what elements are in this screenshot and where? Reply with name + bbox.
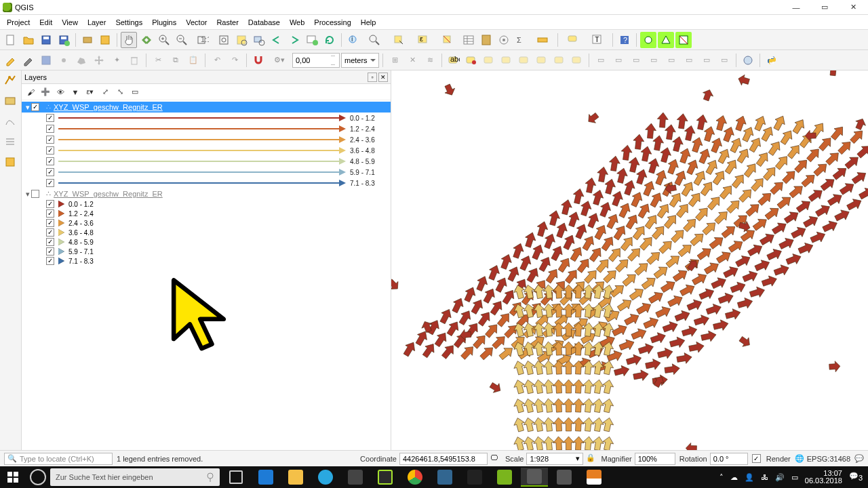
- remove-layer-button[interactable]: ▭: [129, 86, 141, 98]
- epsg-label[interactable]: EPSG:31468: [807, 455, 850, 463]
- select-features-button[interactable]: [387, 32, 410, 48]
- copy-button[interactable]: ⧉: [167, 52, 184, 68]
- taskbar-chrome[interactable]: [401, 468, 429, 487]
- open-project-button[interactable]: [20, 32, 37, 48]
- snap-options-button[interactable]: ⚙▾: [268, 52, 291, 68]
- task-view-button[interactable]: [229, 470, 243, 484]
- layer-style-button[interactable]: 🖌: [24, 86, 37, 98]
- zoom-native-button[interactable]: 1:1: [191, 32, 214, 48]
- rotation-field[interactable]: 0.0 °: [710, 453, 748, 465]
- start-button[interactable]: [0, 466, 26, 488]
- label-g-button[interactable]: [551, 52, 568, 68]
- add-vector-button[interactable]: [3, 73, 19, 89]
- maximize-button[interactable]: ▭: [812, 1, 837, 14]
- snap-unit-combo[interactable]: meters: [341, 53, 379, 68]
- dec-g-button[interactable]: ▭: [698, 52, 715, 68]
- legend-class-row[interactable]: 5.9 - 7.1: [22, 167, 391, 178]
- menu-database[interactable]: Database: [244, 17, 284, 28]
- move-feature-button[interactable]: [91, 52, 107, 68]
- class-visibility-checkbox[interactable]: [46, 136, 54, 144]
- map-canvas[interactable]: [391, 70, 868, 450]
- zoom-layer-button[interactable]: [251, 32, 267, 48]
- taskbar-pycharm[interactable]: [372, 468, 399, 487]
- plugin-b-button[interactable]: [658, 32, 674, 48]
- tray-datetime[interactable]: 13:07 06.03.2018: [805, 470, 842, 485]
- label-b-button[interactable]: [463, 52, 479, 68]
- taskbar-search[interactable]: Zur Suche Text hier eingeben: [50, 468, 220, 486]
- menu-web[interactable]: Web: [285, 17, 309, 28]
- pan-to-selection-button[interactable]: [138, 32, 155, 48]
- extents-icon[interactable]: 🖵: [490, 453, 501, 464]
- zoom-selection-button[interactable]: [233, 32, 250, 48]
- plugin-a-button[interactable]: [640, 32, 656, 48]
- visibility-button[interactable]: 👁: [54, 86, 66, 98]
- cut-button[interactable]: ✂: [150, 52, 166, 68]
- crs-icon[interactable]: 🌐: [795, 454, 804, 463]
- legend-class-row[interactable]: 2.4 - 3.6: [22, 218, 391, 228]
- legend-class-row[interactable]: 1.2 - 2.4: [22, 209, 391, 218]
- mic-icon[interactable]: [203, 470, 217, 484]
- layer-row[interactable]: ▾ ∴ XYZ_WSP_geschw_Regnitz_ER: [22, 102, 391, 113]
- menu-raster[interactable]: Raster: [212, 17, 242, 28]
- dec-h-button[interactable]: ▭: [716, 52, 732, 68]
- zoom-in-button[interactable]: [156, 32, 172, 48]
- legend-class-row[interactable]: 4.8 - 5.9: [22, 156, 391, 167]
- class-visibility-checkbox[interactable]: [46, 209, 54, 218]
- taskbar-vlc[interactable]: [580, 468, 608, 487]
- panel-undock-button[interactable]: ▫: [368, 73, 377, 82]
- add-poly-button[interactable]: [73, 52, 90, 68]
- pan-button[interactable]: [121, 32, 137, 48]
- stats-button[interactable]: Σ: [513, 32, 530, 48]
- trace-button[interactable]: ≋: [422, 52, 438, 68]
- menu-processing[interactable]: Processing: [310, 17, 355, 28]
- layer-visibility-checkbox[interactable]: [31, 103, 39, 111]
- edit-toggle-button[interactable]: [3, 52, 19, 68]
- class-visibility-checkbox[interactable]: [46, 114, 54, 122]
- redo-button[interactable]: ↷: [226, 52, 243, 68]
- dec-b-button[interactable]: ▭: [610, 52, 627, 68]
- taskbar-qgis2[interactable]: [491, 468, 518, 487]
- dec-f-button[interactable]: ▭: [681, 52, 697, 68]
- layer-visibility-checkbox[interactable]: [31, 190, 39, 198]
- class-visibility-checkbox[interactable]: [46, 125, 54, 133]
- class-visibility-checkbox[interactable]: [46, 168, 54, 176]
- tray-a-icon[interactable]: ☁: [730, 473, 738, 482]
- taskbar-skype[interactable]: [312, 468, 339, 487]
- legend-class-row[interactable]: 3.6 - 4.8: [22, 145, 391, 156]
- filter-expression-button[interactable]: ε▾: [84, 86, 96, 98]
- tray-net-icon[interactable]: 🖧: [761, 473, 768, 481]
- layer-row[interactable]: ▾ ∴ XYZ_WSP_geschw_Regnitz_ER: [22, 188, 391, 199]
- menu-vector[interactable]: Vector: [182, 17, 211, 28]
- delete-button[interactable]: [126, 52, 142, 68]
- layout-manager-button[interactable]: [97, 32, 113, 48]
- label-h-button[interactable]: [569, 52, 585, 68]
- measure-button[interactable]: [531, 32, 554, 48]
- filter-legend-button[interactable]: ▼: [69, 86, 81, 98]
- identify-results-button[interactable]: [363, 32, 386, 48]
- magnifier-field[interactable]: 100%: [635, 453, 675, 465]
- dec-d-button[interactable]: ▭: [646, 52, 662, 68]
- menu-layer[interactable]: Layer: [83, 17, 111, 28]
- collapse-button[interactable]: ⤡: [114, 86, 126, 98]
- class-visibility-checkbox[interactable]: [46, 238, 54, 246]
- tray-lang-icon[interactable]: ▭: [791, 473, 798, 482]
- close-button[interactable]: ✕: [841, 1, 865, 14]
- menu-plugins[interactable]: Plugins: [148, 17, 180, 28]
- label-f-button[interactable]: [534, 52, 550, 68]
- undo-button[interactable]: ↶: [209, 52, 225, 68]
- legend-class-row[interactable]: 7.1 - 8.3: [22, 256, 391, 266]
- menu-view[interactable]: View: [58, 17, 82, 28]
- annotation-button[interactable]: [561, 32, 585, 48]
- new-map-view-button[interactable]: [304, 32, 320, 48]
- render-checkbox[interactable]: [752, 454, 761, 463]
- menu-edit[interactable]: Edit: [35, 17, 56, 28]
- legend-class-row[interactable]: 4.8 - 5.9: [22, 237, 391, 247]
- field-calc-button[interactable]: [478, 32, 494, 48]
- add-feature-button[interactable]: [56, 52, 72, 68]
- plugin-c-button[interactable]: [675, 32, 692, 48]
- add-group-button[interactable]: ➕: [39, 86, 52, 98]
- zoom-full-button[interactable]: [216, 32, 232, 48]
- select-by-expression-button[interactable]: ε: [412, 32, 435, 48]
- new-project-button[interactable]: [3, 32, 19, 48]
- taskbar-explorer[interactable]: [282, 468, 309, 487]
